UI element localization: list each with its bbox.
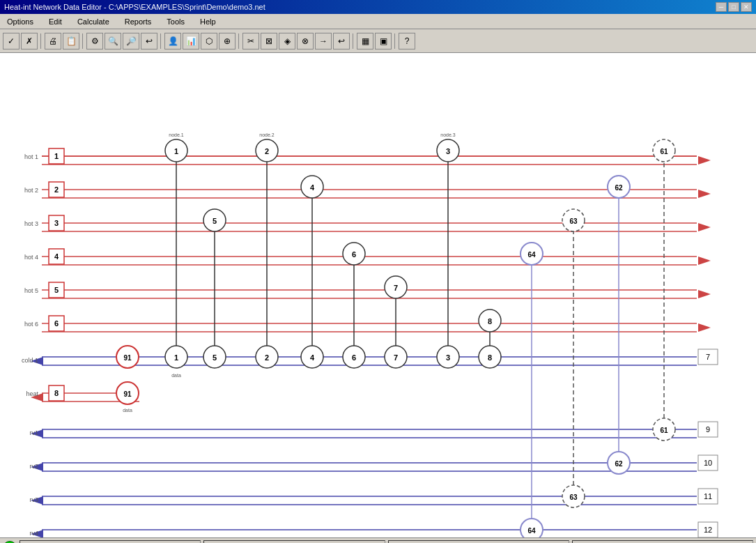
svg-text:62: 62 (615, 184, 623, 192)
svg-text:heat: heat (26, 390, 38, 397)
svg-text:61: 61 (660, 427, 668, 434)
svg-text:8: 8 (488, 353, 492, 362)
toolbar-chart[interactable]: 📊 (183, 33, 199, 49)
svg-marker-25 (698, 156, 711, 165)
svg-text:6: 6 (54, 319, 59, 328)
svg-text:3: 3 (446, 147, 450, 155)
toolbar-cut[interactable]: ✂ (242, 33, 259, 49)
svg-text:6: 6 (352, 353, 356, 362)
toolbar-zoom-out[interactable]: 🔎 (123, 33, 139, 49)
svg-text:9: 9 (706, 425, 710, 434)
toolbar-settings[interactable]: ⚙ (86, 33, 103, 49)
toolbar-back[interactable]: ↩ (333, 33, 350, 49)
svg-text:91: 91 (123, 354, 132, 362)
toolbar-add-node[interactable]: ⊕ (219, 33, 236, 49)
toolbar-zoom-in[interactable]: 🔍 (105, 33, 121, 49)
main-canvas[interactable]: 1 hot 1 2 hot 2 3 hot 3 4 hot 4 5 hot 5 … (0, 53, 756, 537)
svg-text:5: 5 (213, 353, 217, 362)
svg-text:63: 63 (569, 217, 578, 225)
separator-6 (394, 33, 396, 49)
svg-text:node.1: node.1 (169, 132, 184, 137)
separator-1 (40, 33, 42, 49)
svg-text:64: 64 (527, 251, 536, 259)
svg-marker-28 (698, 257, 711, 265)
svg-text:1: 1 (174, 147, 178, 155)
svg-text:64: 64 (527, 527, 536, 535)
menu-options[interactable]: Options (3, 16, 38, 27)
svg-text:62: 62 (615, 460, 623, 468)
toolbar-user[interactable]: 👤 (164, 33, 181, 49)
svg-text:6: 6 (352, 250, 356, 259)
menu-help[interactable]: Help (196, 16, 220, 27)
status-field-1 (20, 540, 201, 544)
svg-text:91: 91 (123, 390, 132, 398)
svg-text:2: 2 (54, 185, 59, 194)
svg-text:3: 3 (446, 353, 450, 362)
svg-text:7: 7 (706, 353, 710, 361)
toolbar-export[interactable]: ▣ (375, 33, 392, 49)
toolbar-print[interactable]: 🖨 (45, 33, 61, 49)
menu-reports[interactable]: Reports (121, 16, 156, 27)
svg-text:data: data (171, 373, 181, 378)
toolbar: ✓ ✗ 🖨 📋 ⚙ 🔍 🔎 ↩ 👤 📊 ⬡ ⊕ ✂ ⊠ ◈ ⊗ → ↩ ▦ ▣ … (0, 29, 756, 53)
svg-text:7: 7 (394, 284, 398, 292)
svg-text:hot 4: hot 4 (24, 254, 38, 261)
svg-text:5: 5 (54, 286, 59, 294)
toolbar-table[interactable]: ▦ (357, 33, 373, 49)
svg-text:rv1: rv1 (29, 429, 38, 436)
menu-calculate[interactable]: Calculate (73, 16, 114, 27)
svg-marker-30 (698, 323, 711, 332)
svg-text:4: 4 (310, 353, 315, 362)
separator-2 (82, 33, 84, 49)
toolbar-confirm[interactable]: ✓ (3, 33, 20, 49)
window-controls[interactable]: ─ □ ✕ (716, 2, 752, 12)
svg-text:7: 7 (394, 353, 398, 362)
svg-text:8: 8 (54, 389, 59, 397)
status-bar (0, 537, 756, 543)
toolbar-connect[interactable]: ⊗ (297, 33, 314, 49)
svg-text:hot 1: hot 1 (24, 153, 38, 160)
svg-text:12: 12 (704, 526, 712, 534)
svg-marker-26 (698, 190, 711, 198)
svg-text:rv3: rv3 (29, 496, 38, 503)
menu-edit[interactable]: Edit (45, 16, 66, 27)
svg-text:rv4: rv4 (29, 530, 38, 537)
toolbar-help[interactable]: ? (399, 33, 415, 49)
title-bar: Heat-int Network Data Editor - C:\APPS\E… (0, 0, 756, 14)
svg-text:cold 1: cold 1 (22, 357, 38, 364)
svg-text:10: 10 (704, 459, 712, 467)
svg-text:hot 3: hot 3 (24, 220, 38, 227)
status-field-2 (203, 540, 385, 544)
window-title: Heat-int Network Data Editor - C:\APPS\E… (4, 3, 265, 11)
toolbar-cancel[interactable]: ✗ (21, 33, 38, 49)
svg-text:11: 11 (704, 492, 712, 500)
svg-text:61: 61 (660, 148, 668, 155)
svg-text:3: 3 (54, 219, 59, 227)
network-diagram: 1 hot 1 2 hot 2 3 hot 3 4 hot 4 5 hot 5 … (0, 53, 756, 537)
toolbar-copy[interactable]: 📋 (63, 33, 79, 49)
svg-marker-29 (698, 290, 711, 298)
svg-text:hot 6: hot 6 (24, 321, 38, 328)
svg-marker-27 (698, 223, 711, 231)
svg-text:4: 4 (54, 252, 59, 261)
svg-text:node.3: node.3 (440, 132, 456, 137)
svg-text:2: 2 (265, 147, 269, 155)
svg-text:5: 5 (213, 217, 217, 225)
svg-text:node.2: node.2 (259, 132, 275, 137)
svg-text:4: 4 (310, 183, 315, 192)
toolbar-link[interactable]: ⬡ (201, 33, 217, 49)
status-indicator (3, 541, 17, 544)
separator-3 (160, 33, 162, 49)
toolbar-valve[interactable]: ◈ (279, 33, 295, 49)
svg-text:8: 8 (488, 317, 492, 326)
menu-tools[interactable]: Tools (162, 16, 189, 27)
close-button[interactable]: ✕ (741, 2, 752, 12)
separator-5 (353, 33, 354, 49)
svg-text:2: 2 (265, 353, 269, 362)
maximize-button[interactable]: □ (728, 2, 739, 12)
toolbar-undo[interactable]: ↩ (141, 33, 157, 49)
toolbar-pipe[interactable]: ⊠ (261, 33, 277, 49)
minimize-button[interactable]: ─ (716, 2, 727, 12)
status-field-3 (388, 540, 569, 544)
toolbar-arrow[interactable]: → (315, 33, 332, 49)
